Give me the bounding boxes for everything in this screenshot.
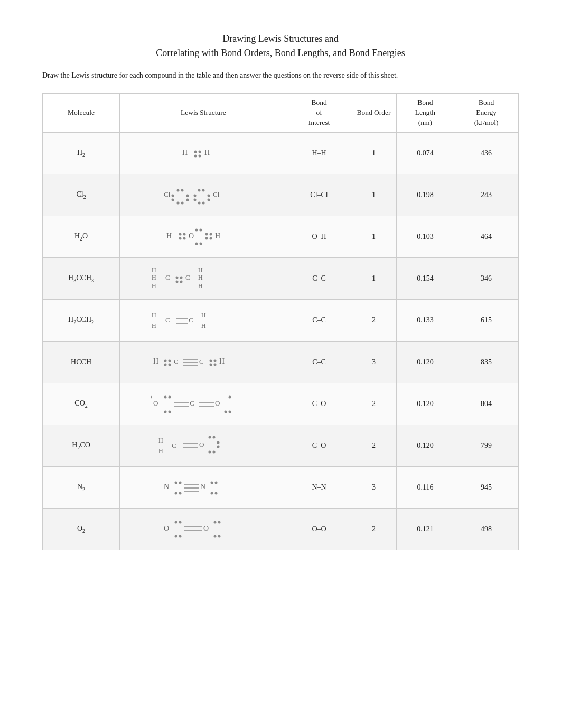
lewis-cell: H O H [120,216,287,258]
molecule-cell: H2CCH2 [43,300,120,342]
svg-point-98 [212,451,215,454]
svg-point-27 [179,237,181,239]
bond-length-cell: 0.074 [396,133,454,174]
bond-order-cell: 3 [351,467,396,509]
bond-interest-cell: N–N [287,467,351,509]
svg-point-20 [202,201,204,204]
svg-point-25 [179,233,181,235]
bond-length-cell: 0.121 [396,509,454,550]
svg-point-22 [207,198,210,201]
svg-text:O: O [203,524,209,532]
molecule-cell: CO2 [43,383,120,425]
svg-point-71 [209,364,212,366]
instructions-text: Draw the Lewis structure for each compou… [42,70,519,81]
lewis-cell: H H [120,133,287,174]
lewis-cell: H C C H [120,342,287,383]
svg-text:H: H [204,149,210,156]
svg-point-9 [176,201,179,204]
svg-point-15 [193,194,196,197]
svg-text:H: H [152,274,156,281]
svg-text:C: C [189,316,193,324]
table-row: HCCH H C C H C–C 3 0.120 835 [43,342,519,383]
table-row: H2CO H H C O C–O 2 0.120 799 [43,425,519,467]
svg-text:H: H [152,322,156,329]
col-header-bond-order: Bond Order [351,94,396,133]
lewis-cell: O C O [120,383,287,425]
svg-point-110 [210,482,213,484]
bond-length-cell: 0.198 [396,174,454,216]
svg-point-36 [209,233,212,235]
svg-text:C: C [185,273,190,281]
svg-point-33 [199,242,202,245]
bond-order-cell: 2 [351,383,396,425]
svg-point-46 [180,281,182,283]
svg-text:C: C [199,357,204,365]
svg-text:H: H [158,437,163,444]
bond-length-cell: 0.120 [396,425,454,467]
table-row: H2CCH2 H H C C H H C–C 2 0.133 615 [43,300,519,342]
svg-point-12 [171,198,174,201]
svg-point-118 [179,535,181,537]
svg-text:H: H [198,282,203,290]
svg-text:H: H [198,266,203,274]
bond-interest-cell: C–O [287,383,351,425]
svg-point-8 [181,189,183,191]
svg-text:H: H [201,311,206,319]
svg-point-104 [174,492,177,495]
table-row: N2 N N N–N 3 0.116 945 [43,467,519,509]
svg-point-62 [164,364,166,366]
bond-order-cell: 2 [351,300,396,342]
lewis-cell: H H C O [120,425,287,467]
molecule-cell: HCCH [43,342,120,383]
bond-energy-cell: 346 [454,258,519,300]
svg-point-19 [198,201,200,204]
svg-point-85 [151,395,152,398]
svg-text:N: N [164,483,169,491]
svg-point-123 [218,521,220,523]
svg-point-95 [208,436,211,439]
bond-length-cell: 0.133 [396,300,454,342]
svg-point-10 [181,201,183,204]
svg-text:O: O [164,524,169,532]
lewis-cell: Cl Cl [120,174,287,216]
bond-length-cell: 0.120 [396,383,454,425]
svg-text:O: O [189,232,194,240]
molecule-cell: H2 [43,133,120,174]
bond-length-cell: 0.116 [396,467,454,509]
svg-point-35 [205,237,208,239]
svg-point-3 [194,155,197,158]
svg-text:C: C [165,273,170,281]
bond-length-cell: 0.120 [396,342,454,383]
bond-order-cell: 3 [351,342,396,383]
col-header-bond-length: BondLength(nm) [396,94,454,133]
bond-order-cell: 1 [351,133,396,174]
bond-interest-cell: C–O [287,425,351,467]
svg-point-103 [179,482,181,484]
table-row: CO2 O C O C–O 2 0.120 804 [43,383,519,425]
svg-point-60 [164,360,166,362]
svg-text:H: H [152,282,156,290]
svg-point-32 [195,242,198,245]
svg-text:O: O [199,440,204,448]
molecule-cell: N2 [43,467,120,509]
svg-point-116 [179,521,181,523]
svg-point-125 [218,535,220,537]
svg-text:H: H [219,357,225,365]
bond-order-cell: 1 [351,258,396,300]
svg-point-72 [213,364,216,366]
lewis-cell: H H H C C H H H [120,258,287,300]
svg-point-111 [214,482,217,484]
svg-text:C: C [190,399,194,407]
bond-energy-cell: 799 [454,425,519,467]
bond-energy-cell: 615 [454,300,519,342]
svg-point-31 [199,228,202,231]
bond-energy-cell: 945 [454,467,519,509]
svg-point-63 [168,364,171,366]
svg-text:H: H [182,149,188,156]
svg-point-13 [186,194,189,197]
svg-text:H: H [166,232,172,240]
lewis-cell: H H C C H H [120,300,287,342]
bond-length-cell: 0.103 [396,216,454,258]
svg-point-16 [193,198,196,201]
svg-text:C: C [174,357,179,365]
